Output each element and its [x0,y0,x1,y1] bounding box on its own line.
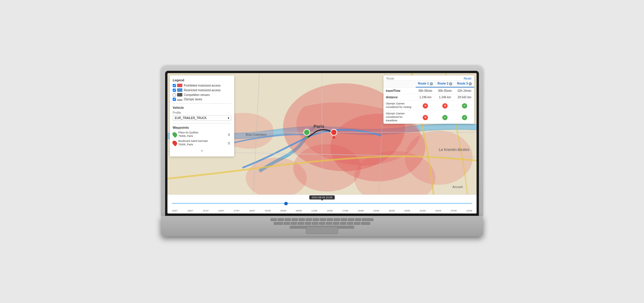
destination-pin-icon [172,140,178,147]
olympic-traveltime-r1: ✕ [416,113,435,122]
olympic-routing-r3: ✓ [455,101,474,110]
tl-4: 27/07 [234,209,240,212]
olympic-traveltime-r2: ✓ [435,113,455,122]
route3-help-icon: ? [469,82,472,85]
tl-14: 26/08 [389,209,395,212]
destination-line1: Boulevard Saint-Germain [178,140,227,143]
reset-button[interactable]: Reset [464,77,471,80]
dropdown-arrow-icon: ▾ [228,116,229,120]
timeline-area: 2024-08-03 15:00 15/07 18/07 21/07 24/07… [167,194,477,214]
svg-text:Arcueil: Arcueil [452,185,463,189]
legend-checkbox-olympic[interactable] [173,98,176,101]
trackpad[interactable] [306,226,338,234]
travel-time-row: travelTime 00h 05min 00h 05min 02h 24min [383,88,474,94]
routing-r3-icon: ✓ [462,103,467,109]
laptop-keyboard [161,216,483,236]
legend-checkbox-restricted[interactable] [173,89,176,92]
delete-origin-button[interactable]: 🗑 [227,132,231,137]
traveltime-r2-icon: ✓ [442,115,448,120]
svg-text:Le Kremlin-Bicêtre: Le Kremlin-Bicêtre [439,147,470,152]
waypoint-destination: Boulevard Saint-Germain 75005, Paris 🗑 [173,140,231,146]
vehicle-title: Vehicle [173,106,231,109]
olympic-routing-r1: ✕ [416,101,435,110]
destination-text: Boulevard Saint-Germain 75005, Paris [178,140,227,146]
legend-swatch-olympic [177,100,182,100]
add-waypoint-button[interactable]: + [173,148,231,154]
tl-15: 29/08 [404,209,410,212]
profile-dropdown[interactable]: EUR_TRAILER_TRUCK ▾ [173,115,231,121]
routing-r2-icon: ✕ [442,103,448,109]
tl-8: 08/08 [296,209,302,212]
delete-destination-button[interactable]: 🗑 [227,141,231,145]
svg-text:Paris: Paris [314,124,324,129]
tl-13: 23/08 [373,209,379,212]
traveltime-r1-icon: ✕ [423,115,428,120]
laptop-container: Paris Malakoff Montrouge Arcueil Le Krem… [161,67,483,236]
waypoint-origin: Place du Québec 75006, Paris 🗑 [173,131,231,138]
tab-route3[interactable]: Route 3 ? [455,80,474,87]
svg-point-14 [331,129,337,135]
legend-swatch-competition [177,93,182,97]
legend-label-olympic: Olympic lanes [184,98,202,101]
origin-pin-icon [172,131,178,138]
tl-1: 18/07 [187,209,193,212]
svg-point-12 [304,129,310,135]
tl-10: 14/08 [327,209,333,212]
distance-r3: 29.542 km [455,94,474,100]
olympic-routing-r2: ✕ [435,101,455,110]
tl-12: 20/08 [358,209,364,212]
tl-17: 04/09 [435,209,441,212]
legend-item-restricted: Restricted motorized access [173,88,231,92]
legend-swatch-prohibited [177,84,182,87]
tl-16: 01/09 [420,209,426,212]
tl-18: 07/09 [451,209,457,212]
origin-line2: 75006, Paris [178,135,227,138]
route2-help-icon: ? [449,82,452,85]
legend-swatch-restricted [177,88,182,92]
routing-r1-icon: ✕ [423,103,428,109]
destination-line2: 75005, Paris [178,143,227,147]
profile-label: Profile [173,111,231,114]
route-header-label: Route [386,77,394,80]
distance-label: distance [383,94,416,100]
legend-item-competition: Competition venues [173,93,231,97]
tab-route1[interactable]: Route 1 ? [416,80,435,87]
profile-value: EUR_TRAILER_TRUCK [175,116,207,120]
legend-item-prohibited: Prohibited motorized access [173,84,231,87]
legend-item-olympic: Olympic lanes [173,98,231,101]
timeline-track [172,203,472,204]
route1-help-icon: ? [430,82,433,85]
tab-route2[interactable]: Route 2 ? [435,80,455,87]
tl-3: 24/07 [218,209,224,212]
distance-row: distance 1.246 km 1.246 km 29.542 km [383,94,474,101]
legend-label-competition: Competition venues [184,93,210,97]
origin-line1: Place du Québec [178,131,227,135]
tl-0: 15/07 [172,209,178,212]
olympic-traveltime-r3: ✓ [455,113,474,122]
timeline-labels: 15/07 18/07 21/07 24/07 27/07 30/07 02/0… [172,209,472,212]
tl-19: 10/09 [466,209,472,212]
screen: Paris Malakoff Montrouge Arcueil Le Krem… [167,73,477,214]
legend-checkbox-competition[interactable] [173,93,176,97]
timeline-tooltip: 2024-08-03 15:00 [309,195,335,199]
tl-11: 17/08 [342,209,348,212]
travel-time-r3: 02h 24min [455,88,474,94]
travel-time-label: travelTime [383,88,416,94]
timeline-thumb[interactable] [284,202,288,205]
legend-checkbox-prohibited[interactable] [173,84,176,87]
traveltime-r3-icon: ✓ [462,115,467,120]
screen-bezel: Paris Malakoff Montrouge Arcueil Le Krem… [165,71,479,216]
olympic-routing-row: Olympic Games considered for routing ✕ ✕… [383,101,474,111]
laptop-lid: Paris Malakoff Montrouge Arcueil Le Krem… [161,67,483,216]
olympic-routing-label: Olympic Games considered for routing [383,101,416,110]
tl-6: 02/08 [265,209,271,212]
waypoints-title: Waypoints [173,126,231,129]
legend-title: Legend [173,78,231,82]
legend-label-restricted: Restricted motorized access [184,89,221,92]
waypoints-section: Waypoints Place du Québec 75006, Paris 🗑 [173,126,231,154]
tl-2: 21/07 [203,209,209,212]
empty-tab-cell [383,80,416,87]
distance-r1: 1.246 km [416,94,435,100]
olympic-traveltime-row: Olympic Games considered for traveltime … [383,111,474,124]
tl-7: 05/08 [280,209,286,212]
